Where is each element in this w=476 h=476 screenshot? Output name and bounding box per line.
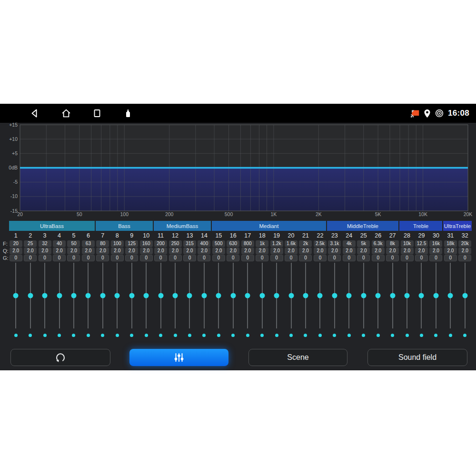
band-indicator (284, 334, 298, 337)
band-indicator (255, 334, 269, 337)
slider-track (276, 263, 277, 328)
slider-thumb[interactable] (317, 293, 323, 298)
slider-thumb[interactable] (288, 293, 294, 298)
slider-thumb[interactable] (144, 293, 149, 298)
band-gain-slider[interactable] (240, 263, 255, 328)
band-gain-value: 0 (357, 255, 370, 261)
slider-thumb[interactable] (115, 293, 120, 298)
slider-thumb[interactable] (361, 293, 366, 298)
band-q-value: 2.0 (227, 248, 239, 254)
band-gain-slider[interactable] (38, 263, 52, 328)
band-gain-slider[interactable] (182, 263, 197, 328)
slider-track (262, 263, 263, 328)
band-gain-slider[interactable] (255, 263, 269, 328)
band-gain-value: 0 (10, 255, 22, 261)
reset-button[interactable] (10, 349, 110, 366)
band-gain-slider[interactable] (197, 263, 211, 328)
slider-thumb[interactable] (448, 293, 453, 298)
band-number: 13 (182, 232, 197, 239)
band-gain-slider[interactable] (81, 263, 95, 328)
slider-track (407, 263, 407, 328)
slider-thumb[interactable] (201, 293, 207, 298)
recents-button[interactable] (90, 107, 104, 120)
slider-thumb[interactable] (129, 293, 134, 298)
band-gain-slider[interactable] (342, 263, 356, 328)
equalizer-button[interactable] (129, 349, 228, 366)
band-indicator (38, 334, 52, 337)
band-gain-slider[interactable] (458, 263, 472, 328)
band-gain-slider[interactable] (371, 263, 385, 328)
band-gain-slider[interactable] (211, 263, 226, 328)
band-indicator-dot (289, 334, 293, 337)
slider-thumb[interactable] (332, 293, 337, 298)
slider-thumb[interactable] (433, 293, 438, 298)
band-q-value: 2.0 (241, 248, 254, 254)
band-gain-slider[interactable] (125, 263, 139, 328)
band-gain-slider[interactable] (414, 263, 428, 328)
band-indicator (357, 334, 371, 337)
band-gain-slider[interactable] (52, 263, 66, 328)
band-q-value: 2.0 (169, 248, 182, 254)
slider-thumb[interactable] (347, 293, 352, 298)
band-gain-slider[interactable] (284, 263, 298, 328)
slider-thumb[interactable] (230, 293, 236, 298)
band-frequency-value: 80 (96, 240, 109, 247)
band-indicator (211, 334, 226, 337)
band-gain-slider[interactable] (400, 263, 414, 328)
slider-thumb[interactable] (71, 293, 76, 298)
band-gain-slider[interactable] (67, 263, 81, 328)
slider-track (450, 263, 451, 328)
slider-thumb[interactable] (376, 293, 381, 298)
band-q-value: 2.0 (10, 248, 22, 254)
slider-thumb[interactable] (42, 293, 48, 298)
slider-thumb[interactable] (259, 293, 265, 298)
home-button[interactable] (60, 107, 73, 120)
band-number: 28 (400, 232, 414, 239)
slider-thumb[interactable] (28, 293, 33, 298)
band-gain-slider[interactable] (357, 263, 371, 328)
slider-thumb[interactable] (57, 293, 62, 298)
band-gain-slider[interactable] (226, 263, 240, 328)
scene-button[interactable]: Scene (248, 349, 347, 366)
band-group-mediumbass: MediumBass (154, 221, 211, 231)
band-gain-slider[interactable] (96, 263, 110, 328)
slider-thumb[interactable] (100, 293, 105, 298)
band-gain-slider[interactable] (139, 263, 153, 328)
band-gain-slider[interactable] (110, 263, 124, 328)
band-gain-value: 0 (299, 255, 312, 261)
band-gain-slider[interactable] (385, 263, 399, 328)
band-indicator (52, 334, 66, 337)
band-gain-slider[interactable] (443, 263, 457, 328)
slider-thumb[interactable] (173, 293, 178, 298)
band-gain-slider[interactable] (153, 263, 168, 328)
y-axis-tick-label: -10 (10, 193, 18, 199)
band-indicator (153, 334, 168, 337)
slider-thumb[interactable] (303, 293, 308, 298)
band-indicator-dot (318, 334, 322, 337)
slider-thumb[interactable] (390, 293, 395, 298)
slider-thumb[interactable] (187, 293, 192, 298)
sound-field-button[interactable]: Sound field (367, 349, 467, 366)
band-q-value: 2.0 (53, 248, 66, 254)
band-number: 16 (226, 232, 240, 239)
band-gain-slider[interactable] (9, 263, 23, 328)
back-button[interactable] (29, 107, 42, 120)
slider-thumb[interactable] (158, 293, 163, 298)
band-gain-slider[interactable] (298, 263, 313, 328)
band-gain-slider[interactable] (313, 263, 327, 328)
slider-thumb[interactable] (86, 293, 91, 298)
band-frequency-value: 16k (429, 240, 442, 247)
slider-thumb[interactable] (245, 293, 250, 298)
slider-thumb[interactable] (462, 293, 467, 298)
band-gain-slider[interactable] (269, 263, 284, 328)
slider-thumb[interactable] (216, 293, 221, 298)
slider-thumb[interactable] (405, 293, 410, 298)
slider-thumb[interactable] (419, 293, 424, 298)
slider-thumb[interactable] (13, 293, 19, 298)
band-gain-slider[interactable] (327, 263, 342, 328)
band-gain-slider[interactable] (429, 263, 443, 328)
recents-icon (91, 108, 103, 119)
slider-thumb[interactable] (274, 293, 279, 298)
band-gain-slider[interactable] (23, 263, 37, 328)
band-gain-slider[interactable] (168, 263, 182, 328)
